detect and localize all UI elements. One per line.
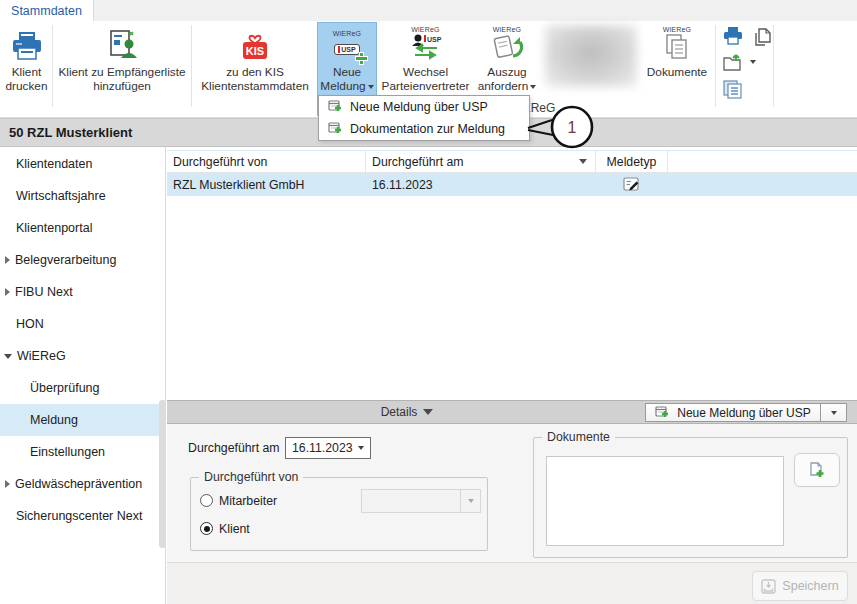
sidebar-item-klientenportal[interactable]: Klientenportal [0,212,166,244]
client-title: 50 RZL Musterklient [0,125,132,140]
dokumente-group-label: Dokumente [542,430,615,444]
svg-text:KIS: KIS [246,45,264,57]
menu-item-neue-meldung-ueber-usp[interactable]: Neue Meldung über USP [319,96,529,118]
dropdown-caret-icon [530,85,536,89]
details-toggle[interactable]: Details [167,401,647,423]
dokumente-listbox[interactable] [546,456,784,546]
quick-folder-caret-icon[interactable] [750,60,756,64]
dokumente-group: Dokumente [533,437,848,558]
kis-icon: KIS [239,23,271,63]
sidebar: Klientendaten Wirtschaftsjahre Klientenp… [0,147,166,604]
durchgefuehrt-von-group: Durchgeführt von Mitarbeiter Klient [190,477,488,551]
date-value: 16.11.2023 [286,441,356,455]
cell-durchgefuehrt-von: RZL Musterklient GmbH [167,178,366,192]
details-collapse-icon [423,409,433,415]
dropdown-caret-icon [831,411,837,415]
copy-pages-icon[interactable] [752,27,772,53]
dropdown-caret-icon [368,85,374,89]
ribbon-separator [52,25,53,107]
open-folder-icon[interactable] [722,53,744,73]
form-plus-icon [328,122,343,136]
mitarbeiter-combobox-disabled [361,489,481,513]
copies-icon[interactable] [722,80,744,99]
tab-strip: Stammdaten [0,0,857,21]
printer-icon [10,23,44,63]
dokumente-icon: WiEReG [662,23,692,63]
callout-annotation: 1 [500,95,615,159]
meldungen-list: Durchgeführt von Durchgeführt am Meldety… [167,147,857,400]
dokumente-label: Dokumente [647,66,707,80]
sidebar-item-sicherungscenter-next[interactable]: Sicherungscenter Next [0,500,166,532]
durchgefuehrt-von-group-label: Durchgeführt von [199,470,303,484]
details-form: Durchgeführt am 16.11.2023 Durchgeführt … [167,424,857,562]
neue-meldung-dropdown-menu: Neue Meldung über USP Dokumentation zur … [318,95,530,141]
form-plus-icon [655,406,670,420]
radio-mitarbeiter[interactable] [200,494,213,507]
svg-text:USP: USP [427,36,442,43]
empfaengerliste-button[interactable]: Klient zu Empfängerliste hinzufügen [54,23,190,115]
radio-klient-label: Klient [219,522,250,536]
cell-durchgefuehrt-am: 16.11.2023 [366,178,596,192]
save-button[interactable]: Speichern [752,571,848,601]
auszug-anfordern-label: Auszug anfordern [474,66,540,94]
details-bar: Details Neue Meldung über USP [167,400,857,424]
sidebar-item-ueberpruefung[interactable]: Überprüfung [0,372,166,404]
kis-klientenstammdaten-label: zu den KIS Klientenstammdaten [193,66,317,94]
date-field-label: Durchgeführt am [188,441,280,455]
sidebar-scrollbar-thumb[interactable] [159,400,166,548]
wechsel-parteienvertreter-icon: WiEReG USP [409,23,443,63]
dropdown-caret-icon [460,490,480,512]
neue-meldung-usp-dropdown[interactable] [821,403,847,422]
form-plus-icon [328,100,343,114]
sidebar-item-klientendaten[interactable]: Klientendaten [0,148,166,180]
klient-drucken-label: Klient drucken [2,66,51,94]
wiereg-usp-plus-icon: WiEReG USP [333,23,361,63]
tab-stammdaten-label: Stammdaten [11,4,82,18]
wechsel-parteienvertreter-label: Wechsel Parteienvertreter [377,66,474,94]
sidebar-item-wirtschaftsjahre[interactable]: Wirtschaftsjahre [0,180,166,212]
ribbon-separator [715,25,716,107]
sort-desc-icon [579,159,587,164]
ribbon-separator [191,25,192,107]
add-document-icon [808,462,826,479]
sidebar-item-meldung[interactable]: Meldung [0,404,166,436]
cell-meldetyp [596,177,668,192]
app-window: Stammdaten Klient drucken [0,0,857,604]
auszug-anfordern-icon: WiEReG [490,23,524,63]
sidebar-item-wiereg[interactable]: WiEReG [0,340,166,372]
redacted-button [545,25,637,87]
kis-klientenstammdaten-button[interactable]: KIS zu den KIS Klientenstammdaten [193,23,317,115]
menu-item-dokumentation-zur-meldung[interactable]: Dokumentation zur Meldung [319,118,529,140]
ribbon-separator [773,25,774,107]
table-row[interactable]: RZL Musterklient GmbH 16.11.2023 [167,173,857,196]
sidebar-item-fibu-next[interactable]: FIBU Next [0,276,166,308]
document-person-icon [105,23,139,63]
empfaengerliste-label: Klient zu Empfängerliste hinzufügen [54,66,190,94]
tab-strip-background [93,0,857,21]
neue-meldung-usp-splitbutton: Neue Meldung über USP [645,403,847,422]
tab-stammdaten[interactable]: Stammdaten [0,0,93,21]
dropdown-caret-icon [358,446,364,450]
expand-arrow-icon [4,354,12,359]
sidebar-item-geldwaeschepraevention[interactable]: Geldwäscheprävention [0,468,166,500]
sidebar-item-belegverarbeitung[interactable]: Belegverarbeitung [0,244,166,276]
form-footer: Speichern [167,562,857,604]
neue-meldung-label: Neue Meldung [318,66,376,94]
add-document-button[interactable] [794,453,840,487]
sidebar-item-einstellungen[interactable]: Einstellungen [0,436,166,468]
date-combobox[interactable]: 16.11.2023 [285,437,371,459]
klient-drucken-button[interactable]: Klient drucken [2,23,51,115]
sidebar-item-hon[interactable]: HON [0,308,166,340]
meldetyp-edit-icon [623,177,641,192]
neue-meldung-usp-button[interactable]: Neue Meldung über USP [645,403,821,422]
save-icon [761,579,776,594]
radio-klient[interactable] [200,522,213,535]
callout-number: 1 [568,119,577,136]
quick-print-icon[interactable] [722,27,744,46]
radio-mitarbeiter-label: Mitarbeiter [219,494,277,508]
column-header-durchgefuehrt-von[interactable]: Durchgeführt von [167,151,366,172]
